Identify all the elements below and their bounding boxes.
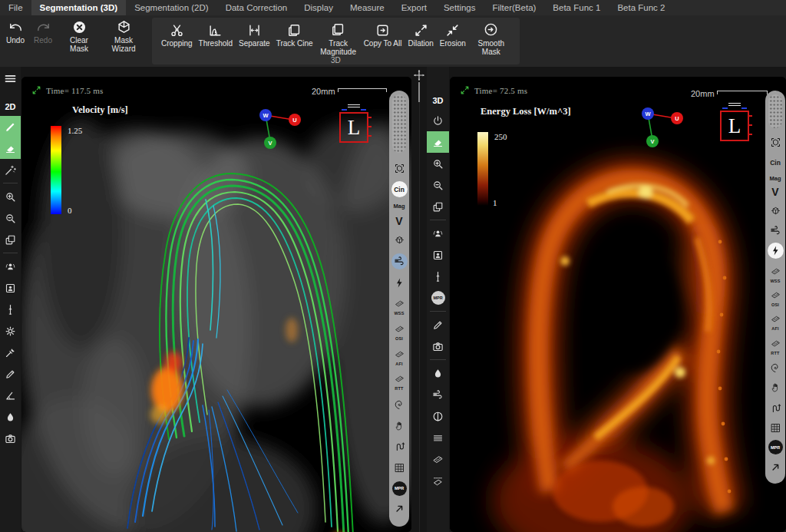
sidebar-tool-zoom-in[interactable] <box>427 153 449 174</box>
sidebar-tool-eyedropper[interactable] <box>0 342 21 363</box>
menu-item-export[interactable]: Export <box>393 0 435 15</box>
pill-item-mag[interactable]: Mag <box>770 175 781 182</box>
sidebar-tool-brush[interactable] <box>0 116 21 137</box>
pill-item-fan[interactable] <box>768 223 784 239</box>
orientation-cube-marker[interactable]: L <box>339 112 368 143</box>
sidebar-tool-layers[interactable] <box>0 229 21 250</box>
menu-item-settings[interactable]: Settings <box>435 0 484 15</box>
expand-viewport-icon[interactable] <box>31 85 41 95</box>
pill-item-tag-sketch-rtt[interactable]: RTT <box>391 371 408 391</box>
toolbar-button-track-cine[interactable]: Track Cine <box>273 18 316 56</box>
toolbar-button-undo[interactable]: Undo <box>2 15 29 67</box>
menu-item-beta-func-2[interactable]: Beta Func 2 <box>609 0 673 15</box>
pill-item-tag-sketch-afi[interactable]: AFI <box>391 346 408 366</box>
pill-item-cube-select[interactable] <box>391 160 408 177</box>
pill-item-s-arrow[interactable] <box>391 438 408 454</box>
pill-item-spiral[interactable] <box>768 359 784 375</box>
pill-item-hand[interactable] <box>391 418 408 434</box>
toolbar-button-redo[interactable]: Redo <box>29 15 57 67</box>
sidebar-tool-contrast[interactable] <box>427 405 449 427</box>
toolbar-button-clear-mask[interactable]: Clear Mask <box>57 15 101 67</box>
sidebar-tool-hatch[interactable] <box>427 427 449 448</box>
orientation-axes-widget[interactable]: W U V <box>249 103 310 152</box>
menu-item-measure[interactable]: Measure <box>342 0 393 15</box>
menu-item-data-correction[interactable]: Data Correction <box>217 0 296 15</box>
sidebar-tool-angle[interactable] <box>0 385 21 406</box>
pill-item-tag-sketch-wss[interactable]: WSS <box>768 263 784 283</box>
pill-item-hand[interactable] <box>768 379 784 395</box>
pill-item-lightning[interactable] <box>391 275 408 291</box>
pill-item-mesh-box[interactable] <box>768 203 784 219</box>
toolbar-button-erosion[interactable]: Erosion <box>437 18 469 56</box>
pill-item-v[interactable]: V <box>395 215 402 227</box>
orientation-cube-marker[interactable]: L <box>720 111 749 141</box>
sidebar-tool-pencil[interactable] <box>0 363 21 385</box>
toolbar-button-threshold[interactable]: Threshold <box>196 18 236 56</box>
sidebar-tool-magic-wand[interactable] <box>0 159 21 180</box>
toolbar-button-copy-to-all[interactable]: Copy To All <box>361 18 405 56</box>
viewport-velocity-3d[interactable]: Time= 117.5 ms Velocity [m/s] 1.25 0 20m… <box>21 77 411 532</box>
menu-item-segmentation-2d[interactable]: Segmentation (2D) <box>126 0 217 15</box>
sidebar-tool-mpr[interactable]: MPR <box>427 287 449 309</box>
pill-item-lightning[interactable] <box>768 243 784 259</box>
pill-item-tag-sketch-osi[interactable]: OSI <box>768 287 784 307</box>
sidebar-tool-tag-sketch[interactable] <box>427 448 449 470</box>
sidebar-tool-tag-sketch2[interactable] <box>427 470 449 491</box>
pill-item-mesh-box[interactable] <box>391 232 408 248</box>
sidebar-tool-gear[interactable] <box>0 320 21 342</box>
menu-item-file[interactable]: File <box>0 0 31 15</box>
pill-drag-handle[interactable] <box>768 94 782 128</box>
sidebar-tool-eraser[interactable] <box>0 137 21 159</box>
pill-item-diag-arrow[interactable] <box>391 501 408 517</box>
sidebar-tool-droplet[interactable] <box>427 362 449 384</box>
pill-item-tag-sketch-wss[interactable]: WSS <box>391 296 408 316</box>
splitter-move-icon[interactable] <box>412 68 426 82</box>
pill-item-fan[interactable] <box>391 253 408 269</box>
pill-item-spiral[interactable] <box>391 396 408 412</box>
orientation-axes-widget[interactable]: W U V <box>631 101 692 150</box>
pill-item-mpr[interactable]: MPR <box>768 440 783 454</box>
sidebar-tool-needle[interactable] <box>427 266 449 287</box>
pill-item-mpr[interactable]: MPR <box>392 481 407 496</box>
pill-item-grid[interactable] <box>768 420 784 436</box>
menu-item-filter-beta[interactable]: Filter(Beta) <box>484 0 544 15</box>
pill-drag-handle[interactable] <box>392 94 406 153</box>
sidebar-tool-portrait[interactable] <box>427 244 449 266</box>
pill-item-v[interactable]: V <box>771 186 778 198</box>
pill-item-cin[interactable]: Cin <box>768 155 784 171</box>
menu-item-segmentation-3d[interactable]: Segmentation (3D) <box>31 0 127 15</box>
sidebar-tool-needle[interactable] <box>0 299 21 320</box>
pill-item-s-arrow[interactable] <box>768 400 784 416</box>
menu-item-beta-func-1[interactable]: Beta Func 1 <box>544 0 609 15</box>
toolbar-button-mask-wizard[interactable]: Mask Wizard <box>101 15 146 67</box>
toolbar-button-dilation[interactable]: Dilation <box>405 18 436 56</box>
sidebar-tool-person-rotate[interactable] <box>0 256 21 277</box>
hamburger-menu-icon[interactable] <box>4 72 17 88</box>
menu-item-display[interactable]: Display <box>296 0 342 15</box>
sidebar-tool-person-rotate[interactable] <box>427 223 449 244</box>
pill-item-cube-select[interactable] <box>768 134 784 150</box>
pill-item-diag-arrow[interactable] <box>768 459 784 475</box>
toolbar-button-track-magnitude[interactable]: Track Magnitude <box>316 18 361 56</box>
pill-item-tag-sketch-rtt[interactable]: RTT <box>768 335 784 355</box>
viewport-splitter[interactable] <box>412 67 426 532</box>
sidebar-tool-power[interactable] <box>427 110 449 131</box>
sidebar-tool-camera[interactable] <box>427 335 449 357</box>
toolbar-button-cropping[interactable]: Cropping <box>158 18 196 56</box>
pill-item-tag-sketch-osi[interactable]: OSI <box>391 321 408 341</box>
sidebar-tool-eraser[interactable] <box>427 131 449 153</box>
sidebar-tool-portrait[interactable] <box>0 277 21 299</box>
pill-item-tag-sketch-afi[interactable]: AFI <box>768 311 784 331</box>
toolbar-button-smooth-mask[interactable]: Smooth Mask <box>469 18 514 56</box>
sidebar-tool-layers[interactable] <box>427 196 449 217</box>
expand-viewport-icon[interactable] <box>460 85 470 95</box>
pill-item-cin[interactable]: Cin <box>391 181 408 197</box>
sidebar-tool-zoom-in[interactable] <box>0 186 21 207</box>
viewport-energy-loss-3d[interactable]: Time= 72.5 ms Energy Loss [W/m^3] 250 1 … <box>450 77 786 532</box>
sidebar-tool-zoom-out[interactable] <box>427 174 449 196</box>
sidebar-tool-zoom-out[interactable] <box>0 207 21 229</box>
toolbar-button-separate[interactable]: Separate <box>236 18 273 56</box>
pill-item-grid[interactable] <box>391 460 408 476</box>
sidebar-tool-wind[interactable] <box>427 384 449 405</box>
sidebar-tool-pencil[interactable] <box>427 314 449 335</box>
